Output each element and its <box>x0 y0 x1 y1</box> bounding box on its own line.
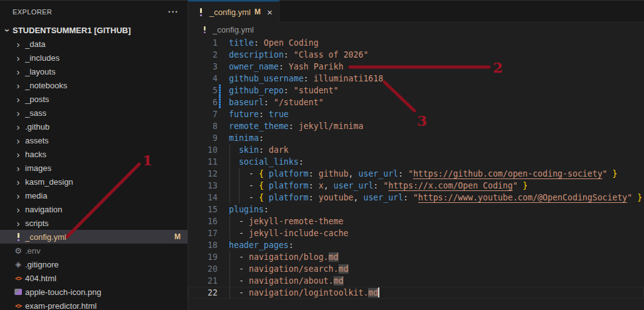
code-line-4[interactable]: 4github_username: illuminati1618 <box>188 73 644 85</box>
code-text: header_pages: <box>229 239 644 251</box>
sidebar-folder-.github[interactable]: ›.github <box>0 120 187 133</box>
chevron-right-icon: › <box>13 205 23 214</box>
item-label: media <box>25 191 47 200</box>
code-text: skin: dark <box>229 144 644 156</box>
sidebar-file-exam-predictor.html[interactable]: <>exam-predictor.html <box>0 299 187 310</box>
chevron-right-icon: › <box>13 67 23 76</box>
gutter-spacer <box>219 251 221 263</box>
chevron-right-icon: › <box>13 163 23 173</box>
sidebar-file-404.html[interactable]: <>404.html <box>0 271 187 285</box>
line-number: 3 <box>188 61 218 73</box>
code-line-13[interactable]: 13 - { platform: x, user_url: "https://x… <box>188 180 644 192</box>
chevron-right-icon: › <box>13 122 23 132</box>
gutter-spacer <box>219 73 221 85</box>
tab-bar: _config.yml M × <box>188 1 644 23</box>
code-line-14[interactable]: 14 - { platform: youtube, user_url: "htt… <box>188 192 644 204</box>
code-line-16[interactable]: 16 - jekyll-remote-theme <box>188 215 644 227</box>
chevron-right-icon: › <box>13 150 23 159</box>
code-text: - { platform: x, user_url: "https://x.co… <box>229 180 644 192</box>
gutter-spacer <box>219 204 221 215</box>
item-label: _config.yml <box>25 232 66 242</box>
code-line-21[interactable]: 21 - navigation/about.md <box>188 275 644 287</box>
item-label: _posts <box>25 95 49 104</box>
sidebar-folder-hacks[interactable]: ›hacks <box>0 147 187 161</box>
explorer-items: ›_data›_includes›_layouts›_notebooks›_po… <box>0 37 187 310</box>
sidebar-folder-images[interactable]: ›images <box>0 161 187 175</box>
explorer-sidebar: EXPLORER ··· › STUDENTSUMMER1 [GITHUB] ›… <box>0 1 188 310</box>
code-line-19[interactable]: 19 - navigation/blog.md <box>188 251 644 263</box>
code-line-12[interactable]: 12 - { platform: github, user_url: "http… <box>188 168 644 180</box>
gutter-spacer <box>219 215 221 227</box>
sidebar-folder-_sass[interactable]: ›_sass <box>0 106 187 120</box>
line-number: 18 <box>188 239 218 251</box>
code-line-2[interactable]: 2description: "Class of 2026" <box>188 49 644 61</box>
line-number: 9 <box>188 132 218 144</box>
code-line-22[interactable]: 22 - navigation/logintoolkit.md <box>188 287 644 299</box>
code-text: github_repo: "student" <box>229 85 644 96</box>
yaml-icon <box>196 8 206 16</box>
gear-icon: ⚙ <box>13 246 23 256</box>
sidebar-file-_config.yml[interactable]: _config.ymlM <box>0 230 187 244</box>
html-icon: <> <box>13 275 23 282</box>
gutter-spacer <box>219 263 221 275</box>
code-text: title: Open Coding <box>229 37 644 49</box>
diamond-icon: ◈ <box>13 260 23 269</box>
code-text: future: true <box>229 108 644 120</box>
sidebar-folder-navigation[interactable]: ›navigation <box>0 202 187 216</box>
sidebar-folder-_posts[interactable]: ›_posts <box>0 92 187 106</box>
code-line-9[interactable]: 9minima: <box>188 132 644 144</box>
sidebar-folder-_notebooks[interactable]: ›_notebooks <box>0 78 187 92</box>
item-label: .github <box>25 122 50 132</box>
chevron-right-icon: › <box>13 136 23 145</box>
line-number: 7 <box>188 108 218 120</box>
breadcrumb-file: _config.yml <box>213 25 254 34</box>
gutter-spacer <box>219 37 221 49</box>
close-icon[interactable]: × <box>267 7 273 18</box>
line-number: 8 <box>188 120 218 132</box>
chevron-right-icon: › <box>13 108 23 118</box>
code-line-7[interactable]: 7future: true <box>188 108 644 120</box>
tab-label: _config.yml <box>209 8 251 17</box>
code-text: owner_name: Yash Parikh <box>229 61 644 73</box>
line-number: 20 <box>188 263 218 275</box>
code-line-5[interactable]: 5github_repo: "student" <box>188 85 644 96</box>
code-line-8[interactable]: 8remote_theme: jekyll/minima <box>188 120 644 132</box>
code-line-3[interactable]: 3owner_name: Yash Parikh <box>188 61 644 73</box>
code-text: - navigation/logintoolkit.md <box>229 287 644 299</box>
sidebar-folder-_data[interactable]: ›_data <box>0 37 187 51</box>
chevron-right-icon: › <box>13 39 23 49</box>
item-label: _notebooks <box>25 81 67 90</box>
sidebar-folder-media[interactable]: ›media <box>0 189 187 202</box>
sidebar-file-.env[interactable]: ⚙.env <box>0 244 187 257</box>
code-line-10[interactable]: 10 skin: dark <box>188 144 644 156</box>
code-line-11[interactable]: 11 social_links: <box>188 156 644 168</box>
code-line-18[interactable]: 18header_pages: <box>188 239 644 251</box>
sidebar-folder-_includes[interactable]: ›_includes <box>0 51 187 65</box>
gutter-spacer <box>219 192 221 204</box>
code-line-6[interactable]: 6baseurl: "/student" <box>188 96 644 108</box>
workspace-root[interactable]: › STUDENTSUMMER1 [GITHUB] <box>0 23 187 37</box>
git-modified-gutter <box>219 85 221 96</box>
code-line-17[interactable]: 17 - jekyll-include-cache <box>188 227 644 239</box>
sidebar-folder-assets[interactable]: ›assets <box>0 133 187 147</box>
item-label: navigation <box>25 205 62 214</box>
sidebar-file-.gitignore[interactable]: ◈.gitignore <box>0 257 187 271</box>
code-line-15[interactable]: 15plugins: <box>188 204 644 215</box>
tab-config-yml[interactable]: _config.yml M × <box>188 1 280 23</box>
breadcrumb[interactable]: _config.yml <box>188 23 644 37</box>
gutter-spacer <box>219 275 221 287</box>
line-number: 6 <box>188 96 218 108</box>
sidebar-folder-kasm_design[interactable]: ›kasm_design <box>0 175 187 189</box>
item-label: .env <box>25 246 41 256</box>
chevron-right-icon: › <box>13 219 23 228</box>
line-number: 10 <box>188 144 218 156</box>
sidebar-folder-scripts[interactable]: ›scripts <box>0 216 187 230</box>
more-actions-icon[interactable]: ··· <box>168 7 179 17</box>
code-line-1[interactable]: 1title: Open Coding <box>188 37 644 49</box>
sidebar-folder-_layouts[interactable]: ›_layouts <box>0 65 187 78</box>
explorer-title: EXPLORER <box>13 8 52 16</box>
code-text: social_links: <box>229 156 644 168</box>
gutter-spacer <box>219 287 221 299</box>
code-line-20[interactable]: 20 - navigation/search.md <box>188 263 644 275</box>
sidebar-file-apple-touch-icon.png[interactable]: apple-touch-icon.png <box>0 285 187 299</box>
